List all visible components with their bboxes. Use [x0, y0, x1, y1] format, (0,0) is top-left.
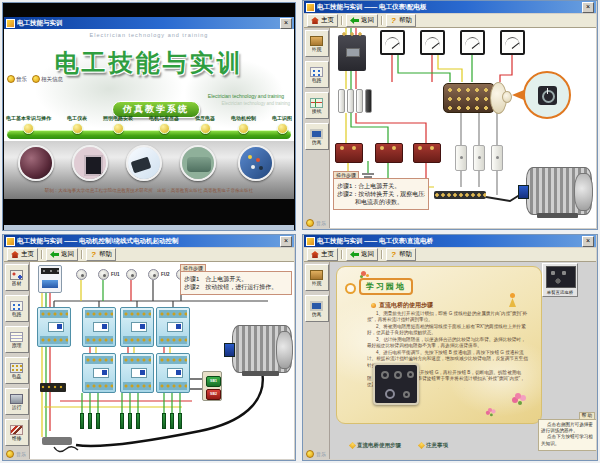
rotary-cam-switch[interactable] — [443, 83, 495, 113]
music-toggle[interactable]: 音乐 — [7, 75, 27, 83]
menu-item-motors-transformers[interactable]: 电机与变压器 — [149, 115, 179, 141]
motor-base — [242, 371, 280, 376]
sidebar-item-repair[interactable]: 维修 — [5, 419, 29, 446]
back-button[interactable]: 返回 — [46, 248, 78, 261]
menu-button-icon[interactable] — [72, 123, 83, 134]
start-button[interactable]: SB1 — [206, 376, 221, 387]
fuse-cartridge[interactable] — [365, 89, 372, 113]
menu-item-motor-control[interactable]: 电动机控制 — [231, 115, 256, 141]
close-button[interactable]: × — [582, 236, 594, 247]
fuse-cartridge[interactable] — [338, 89, 345, 113]
sidebar-item-simulation[interactable]: 仿真 — [305, 123, 329, 150]
sidebar-item-run[interactable]: 运行 — [5, 388, 29, 415]
menu-button-icon[interactable] — [113, 123, 124, 134]
fuse-cartridge[interactable] — [347, 89, 354, 113]
fuse[interactable] — [98, 269, 109, 280]
contactor[interactable] — [120, 353, 154, 393]
sidebar-item-appearance[interactable]: 外观 — [305, 30, 329, 57]
diamond-icon — [418, 442, 425, 449]
sidebar-item-circuit[interactable]: 电路 — [305, 61, 329, 88]
sidebar-item-simulation[interactable]: 仿真 — [305, 295, 329, 322]
close-button[interactable]: × — [582, 2, 594, 13]
stop-button[interactable]: SB2 — [206, 389, 221, 400]
motor[interactable] — [526, 167, 592, 215]
logo-caption-faint: Electrician technology and training — [221, 101, 290, 106]
menu-button-icon[interactable] — [23, 123, 34, 134]
menu-button-icon[interactable] — [200, 123, 211, 134]
terminal-strip[interactable] — [434, 191, 486, 199]
back-icon — [350, 17, 359, 24]
close-button[interactable]: × — [280, 18, 292, 29]
help-button[interactable]: 帮助 — [86, 248, 116, 261]
home-button[interactable]: 主页 — [307, 248, 338, 261]
menu-item-schematics[interactable]: 电工识图 — [272, 115, 292, 141]
smiley-icon — [306, 219, 314, 227]
breaker-lever[interactable] — [42, 280, 58, 288]
fuse[interactable] — [126, 269, 137, 280]
contactor[interactable] — [120, 307, 154, 347]
sidebar-item-panel[interactable]: 电盘 — [5, 357, 29, 384]
fuse-holder[interactable] — [473, 145, 485, 171]
sidebar-item-principle[interactable]: 原理 — [5, 326, 29, 353]
home-button[interactable]: 主页 — [307, 14, 338, 27]
back-icon — [350, 251, 359, 258]
back-button[interactable]: 返回 — [346, 14, 378, 27]
menu-item-basics[interactable]: 电工基本常识与操作 — [6, 115, 51, 141]
music-toggle[interactable]: 音乐 — [6, 450, 26, 458]
current-transformer-2[interactable] — [375, 143, 403, 163]
letterbox-top — [4, 4, 294, 17]
flower-decoration — [515, 393, 521, 399]
help-button[interactable]: 帮助 — [386, 14, 416, 27]
back-button[interactable]: 返回 — [346, 248, 378, 261]
sidebar-item-appearance[interactable]: 外观 — [305, 264, 329, 291]
contactor[interactable] — [156, 353, 190, 393]
music-toggle[interactable]: 音乐 — [306, 450, 326, 458]
music-icon — [7, 75, 15, 83]
contactor[interactable] — [156, 307, 190, 347]
current-transformer-3[interactable] — [413, 143, 441, 163]
fuse-cartridge[interactable] — [356, 89, 363, 113]
fuse-holder[interactable] — [455, 145, 467, 171]
fuse[interactable] — [76, 269, 87, 280]
contactor[interactable] — [37, 307, 71, 347]
fuse[interactable] — [148, 269, 159, 280]
credit-line: 研制：大连海事大学信息工程学院信息教育技术研究所 出版：高等教育出版社 高等教育… — [4, 188, 294, 193]
fuse-holder[interactable] — [491, 145, 503, 171]
breaker-lever[interactable] — [346, 48, 359, 57]
contactor-terminals — [159, 336, 187, 344]
motor[interactable] — [232, 325, 292, 373]
badge-ring-icon — [345, 283, 356, 294]
home-button[interactable]: 主页 — [7, 248, 38, 261]
menu-item-lv-apparatus[interactable]: 低压电器 — [195, 115, 215, 141]
menu-button-icon[interactable] — [277, 123, 288, 134]
knob — [403, 391, 410, 398]
close-button[interactable]: × — [280, 236, 292, 247]
terminal-connector[interactable] — [40, 383, 66, 392]
circuit-breaker[interactable] — [338, 35, 366, 71]
link-precautions[interactable]: 注意事项 — [419, 442, 448, 449]
sidebar-item-equipment[interactable]: 器材 — [5, 264, 29, 291]
menu-item-lighting[interactable]: 照明电路安装 — [103, 115, 133, 141]
contactor-terminals — [159, 310, 187, 318]
bridge-photo — [373, 363, 419, 405]
sidebar-item-circuit[interactable]: 电路 — [5, 295, 29, 322]
link-bridge-steps[interactable]: 直流电桥使用步骤 — [350, 442, 401, 449]
menu-item-label: 低压电器 — [195, 115, 215, 121]
circuit-breaker[interactable] — [38, 265, 62, 293]
help-button[interactable]: 帮助 — [386, 248, 416, 261]
principle-icon — [10, 332, 23, 342]
contactor[interactable] — [82, 353, 116, 393]
menu-button-icon[interactable] — [238, 123, 249, 134]
device-thumbnail-button[interactable]: 单臂直流电桥 — [542, 263, 578, 297]
sidebar-item-wiring[interactable]: 接线 — [305, 92, 329, 119]
switch-knob-zoom[interactable] — [538, 86, 557, 105]
current-transformer-1[interactable] — [335, 143, 363, 163]
menu-item-meters[interactable]: 电工仪表 — [67, 115, 87, 141]
contactor[interactable] — [82, 307, 116, 347]
music-toggle[interactable]: 音乐 — [306, 219, 326, 227]
info-link[interactable]: 相关信息 — [32, 75, 63, 83]
help-label: 帮助 — [99, 250, 112, 259]
menu-button-icon[interactable] — [159, 123, 170, 134]
contactor-terminals — [159, 356, 187, 364]
terminal-strip[interactable] — [42, 437, 72, 445]
